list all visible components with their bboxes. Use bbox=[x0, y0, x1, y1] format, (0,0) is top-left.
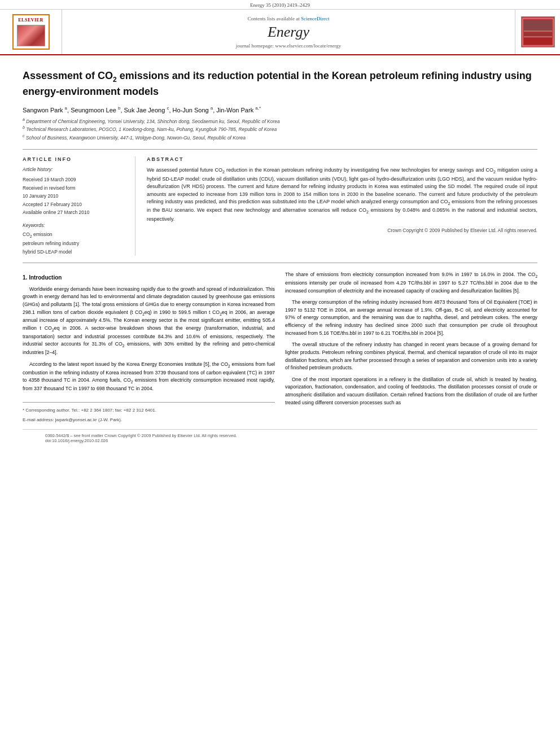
svg-rect-3 bbox=[524, 32, 552, 37]
affiliation-c: c School of Business, Kwangwoon Universi… bbox=[23, 133, 537, 142]
available-date: Available online 27 March 2010 bbox=[23, 208, 126, 216]
intro-para-1: Worldwide energy demands have been incre… bbox=[23, 286, 275, 357]
section-1-title: 1. Introduction bbox=[23, 273, 275, 282]
elsevier-logo: ELSEVIER bbox=[12, 14, 50, 50]
main-content: Assessment of CO2 emissions and its redu… bbox=[0, 55, 560, 456]
body-columns: 1. Introduction Worldwide energy demands… bbox=[23, 271, 537, 423]
body-col-right: The share of emissions from electricity … bbox=[285, 271, 537, 423]
body-col-left: 1. Introduction Worldwide energy demands… bbox=[23, 271, 275, 423]
page: Energy 35 (2010) 2419–2429 ELSEVIER Cont… bbox=[0, 0, 560, 747]
article-title: Assessment of CO2 emissions and its redu… bbox=[23, 69, 537, 99]
accepted-date: Accepted 17 February 2010 bbox=[23, 200, 126, 208]
sciencedirect-line: Contents lists available at ScienceDirec… bbox=[248, 16, 330, 21]
keyword-3: hybrid SD-LEAP model bbox=[23, 248, 126, 256]
email-note: E-mail address: jwpark@yonsei.ac.kr (J-W… bbox=[23, 417, 275, 424]
keyword-2: petroleum refining industry bbox=[23, 239, 126, 247]
col2-para-4: One of the most important operations in … bbox=[285, 376, 537, 407]
article-dates: Received 19 March 2009 Received in revis… bbox=[23, 176, 126, 216]
revised-label: Received in revised form bbox=[23, 184, 126, 192]
journal-volume-info: Energy 35 (2010) 2419–2429 bbox=[250, 2, 310, 8]
top-bar: Energy 35 (2010) 2419–2429 bbox=[0, 0, 560, 10]
affiliation-a: a Department of Chemical Engineering, Yo… bbox=[23, 117, 537, 125]
keywords-label: Keywords: bbox=[23, 222, 126, 228]
journal-cover-area bbox=[515, 10, 560, 54]
article-info-heading: ARTICLE INFO bbox=[23, 156, 126, 162]
copyright-line: Crown Copyright © 2009 Published by Else… bbox=[147, 228, 537, 233]
col2-para-3: The overall structure of the refinery in… bbox=[285, 341, 537, 372]
affiliations: a Department of Chemical Engineering, Yo… bbox=[23, 117, 537, 142]
history-label: Article history: bbox=[23, 167, 126, 172]
col2-para-2: The energy consumption of the refining i… bbox=[285, 299, 537, 337]
keywords-list: CO2 emission petroleum refining industry… bbox=[23, 230, 126, 256]
journal-cover-thumbnail bbox=[521, 16, 555, 47]
abstract-section: ABSTRACT We assessed potential future CO… bbox=[147, 156, 537, 256]
issn-line: 0360-5442/$ – see front matter Crown Cop… bbox=[45, 433, 515, 438]
journal-homepage: journal homepage: www.elsevier.com/locat… bbox=[236, 43, 342, 49]
journal-header: ELSEVIER Contents lists available at Sci… bbox=[0, 10, 560, 55]
sciencedirect-link[interactable]: ScienceDirect bbox=[301, 16, 329, 21]
bottom-bar: 0360-5442/$ – see front matter Crown Cop… bbox=[23, 429, 537, 447]
article-info-panel: ARTICLE INFO Article history: Received 1… bbox=[23, 156, 135, 256]
footnotes: * Corresponding author. Tel.: +82 2 364 … bbox=[23, 402, 275, 424]
col2-para-1: The share of emissions from electricity … bbox=[285, 271, 537, 295]
journal-name: Energy bbox=[268, 24, 309, 41]
svg-rect-4 bbox=[524, 38, 552, 45]
authors-line: Sangwon Park a, Seungmoon Lee b, Suk Jae… bbox=[23, 106, 537, 113]
doi-line: doi:10.1016/j.energy.2010.02.026 bbox=[45, 438, 515, 443]
svg-rect-2 bbox=[524, 20, 552, 31]
received-date: Received 19 March 2009 bbox=[23, 176, 126, 184]
abstract-heading: ABSTRACT bbox=[147, 156, 537, 162]
corresponding-note: * Corresponding author. Tel.: +82 2 364 … bbox=[23, 407, 275, 414]
elsevier-logo-area: ELSEVIER bbox=[0, 10, 62, 54]
keyword-1: CO2 emission bbox=[23, 230, 126, 240]
info-abstract-section: ARTICLE INFO Article history: Received 1… bbox=[23, 149, 537, 263]
intro-para-2: According to the latest report issued by… bbox=[23, 361, 275, 393]
affiliation-b: b Technical Research Laboratories, POSCO… bbox=[23, 125, 537, 133]
journal-branding: Contents lists available at ScienceDirec… bbox=[62, 10, 515, 54]
revised-date: 10 January 2010 bbox=[23, 192, 126, 200]
abstract-text: We assessed potential future CO2 reducti… bbox=[147, 167, 537, 223]
